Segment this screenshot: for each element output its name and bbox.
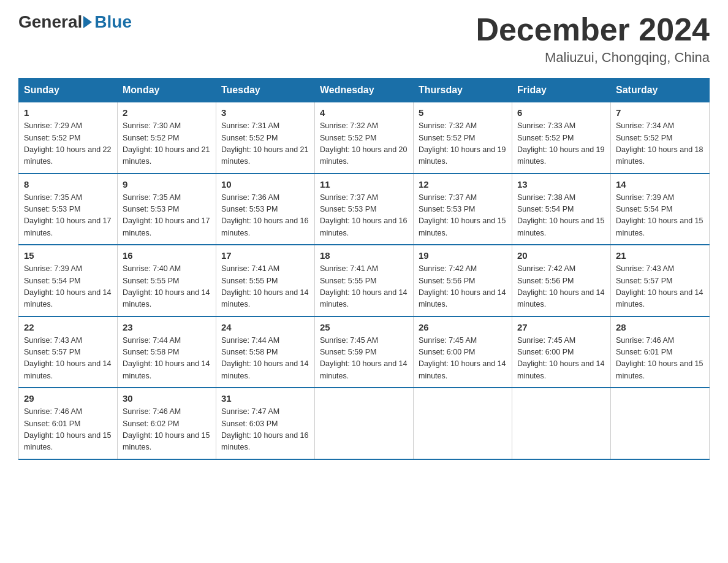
logo-arrow-icon [83, 16, 92, 28]
daylight-label: Daylight: 10 hours and 15 minutes. [616, 216, 703, 237]
day-number: 20 [517, 250, 605, 261]
day-number: 22 [24, 322, 112, 332]
daylight-label: Daylight: 10 hours and 14 minutes. [221, 359, 308, 380]
day-info: Sunrise: 7:35 AM Sunset: 5:53 PM Dayligh… [123, 192, 211, 240]
header-saturday: Saturday [611, 79, 710, 102]
page-header: General Blue December 2024 Maliuzui, Cho… [18, 12, 710, 66]
sunset-label: Sunset: 6:01 PM [616, 348, 672, 356]
day-info: Sunrise: 7:39 AM Sunset: 5:54 PM Dayligh… [24, 263, 112, 311]
day-info: Sunrise: 7:41 AM Sunset: 5:55 PM Dayligh… [320, 263, 408, 311]
sunrise-label: Sunrise: 7:45 AM [419, 336, 477, 345]
day-info: Sunrise: 7:33 AM Sunset: 5:52 PM Dayligh… [517, 120, 605, 168]
header-tuesday: Tuesday [216, 79, 315, 102]
sunrise-label: Sunrise: 7:41 AM [320, 264, 378, 273]
daylight-label: Daylight: 10 hours and 21 minutes. [221, 145, 308, 166]
sunset-label: Sunset: 6:00 PM [419, 348, 475, 356]
day-cell: 31 Sunrise: 7:47 AM Sunset: 6:03 PM Dayl… [216, 388, 315, 459]
day-number: 15 [24, 250, 112, 261]
week-row-5: 29 Sunrise: 7:46 AM Sunset: 6:01 PM Dayl… [19, 388, 710, 459]
daylight-label: Daylight: 10 hours and 14 minutes. [517, 359, 604, 380]
daylight-label: Daylight: 10 hours and 14 minutes. [616, 288, 703, 308]
sunrise-label: Sunrise: 7:40 AM [123, 264, 181, 273]
week-row-3: 15 Sunrise: 7:39 AM Sunset: 5:54 PM Dayl… [19, 245, 710, 316]
day-cell: 13 Sunrise: 7:38 AM Sunset: 5:54 PM Dayl… [512, 174, 611, 245]
title-block: December 2024 Maliuzui, Chongqing, China [476, 12, 710, 66]
day-number: 26 [419, 322, 507, 332]
sunset-label: Sunset: 6:02 PM [123, 419, 179, 428]
sunrise-label: Sunrise: 7:39 AM [24, 264, 82, 273]
sunset-label: Sunset: 5:54 PM [517, 205, 574, 213]
sunrise-label: Sunrise: 7:37 AM [419, 193, 477, 202]
daylight-label: Daylight: 10 hours and 17 minutes. [24, 216, 111, 237]
sunset-label: Sunset: 5:53 PM [221, 205, 278, 213]
day-info: Sunrise: 7:30 AM Sunset: 5:52 PM Dayligh… [123, 120, 211, 168]
header-wednesday: Wednesday [315, 79, 414, 102]
daylight-label: Daylight: 10 hours and 19 minutes. [419, 145, 506, 166]
header-thursday: Thursday [414, 79, 512, 102]
sunrise-label: Sunrise: 7:29 AM [24, 121, 82, 130]
header-row: SundayMondayTuesdayWednesdayThursdayFrid… [19, 79, 710, 102]
sunset-label: Sunset: 6:01 PM [24, 419, 80, 428]
day-info: Sunrise: 7:43 AM Sunset: 5:57 PM Dayligh… [24, 335, 112, 383]
daylight-label: Daylight: 10 hours and 15 minutes. [616, 359, 703, 380]
day-cell [414, 388, 512, 459]
daylight-label: Daylight: 10 hours and 15 minutes. [517, 216, 604, 237]
day-cell: 29 Sunrise: 7:46 AM Sunset: 6:01 PM Dayl… [19, 388, 118, 459]
day-cell: 27 Sunrise: 7:45 AM Sunset: 6:00 PM Dayl… [512, 316, 611, 388]
sunrise-label: Sunrise: 7:44 AM [123, 336, 181, 345]
day-number: 2 [123, 107, 211, 118]
sunset-label: Sunset: 5:54 PM [24, 277, 80, 285]
daylight-label: Daylight: 10 hours and 14 minutes. [24, 359, 111, 380]
sunrise-label: Sunrise: 7:42 AM [517, 264, 575, 273]
sunrise-label: Sunrise: 7:30 AM [123, 121, 181, 130]
sunset-label: Sunset: 5:57 PM [24, 348, 80, 356]
day-info: Sunrise: 7:39 AM Sunset: 5:54 PM Dayligh… [616, 192, 704, 240]
daylight-label: Daylight: 10 hours and 18 minutes. [616, 145, 703, 166]
day-number: 6 [517, 107, 605, 118]
day-number: 7 [616, 107, 704, 118]
day-cell: 12 Sunrise: 7:37 AM Sunset: 5:53 PM Dayl… [414, 174, 512, 245]
sunrise-label: Sunrise: 7:46 AM [616, 336, 674, 345]
day-number: 29 [24, 393, 112, 404]
day-info: Sunrise: 7:40 AM Sunset: 5:55 PM Dayligh… [123, 263, 211, 311]
sunset-label: Sunset: 5:52 PM [616, 134, 672, 142]
daylight-label: Daylight: 10 hours and 16 minutes. [320, 216, 407, 237]
day-cell: 18 Sunrise: 7:41 AM Sunset: 5:55 PM Dayl… [315, 245, 414, 316]
sunrise-label: Sunrise: 7:41 AM [221, 264, 279, 273]
day-info: Sunrise: 7:32 AM Sunset: 5:52 PM Dayligh… [419, 120, 507, 168]
day-number: 4 [320, 107, 408, 118]
sunset-label: Sunset: 5:52 PM [419, 134, 475, 142]
daylight-label: Daylight: 10 hours and 17 minutes. [123, 216, 210, 237]
daylight-label: Daylight: 10 hours and 16 minutes. [221, 431, 308, 451]
day-info: Sunrise: 7:43 AM Sunset: 5:57 PM Dayligh… [616, 263, 704, 311]
sunset-label: Sunset: 5:52 PM [320, 134, 376, 142]
sunrise-label: Sunrise: 7:38 AM [517, 193, 575, 202]
daylight-label: Daylight: 10 hours and 20 minutes. [320, 145, 407, 166]
daylight-label: Daylight: 10 hours and 14 minutes. [123, 288, 210, 308]
day-number: 23 [123, 322, 211, 332]
day-number: 27 [517, 322, 605, 332]
day-cell: 21 Sunrise: 7:43 AM Sunset: 5:57 PM Dayl… [611, 245, 710, 316]
sunrise-label: Sunrise: 7:44 AM [221, 336, 279, 345]
day-cell: 22 Sunrise: 7:43 AM Sunset: 5:57 PM Dayl… [19, 316, 118, 388]
day-info: Sunrise: 7:34 AM Sunset: 5:52 PM Dayligh… [616, 120, 704, 168]
sunrise-label: Sunrise: 7:34 AM [616, 121, 674, 130]
sunset-label: Sunset: 5:56 PM [419, 277, 475, 285]
day-number: 11 [320, 179, 408, 190]
day-cell: 11 Sunrise: 7:37 AM Sunset: 5:53 PM Dayl… [315, 174, 414, 245]
day-info: Sunrise: 7:37 AM Sunset: 5:53 PM Dayligh… [419, 192, 507, 240]
sunrise-label: Sunrise: 7:37 AM [320, 193, 378, 202]
day-number: 31 [221, 393, 309, 404]
day-cell: 7 Sunrise: 7:34 AM Sunset: 5:52 PM Dayli… [611, 102, 710, 174]
sunset-label: Sunset: 5:52 PM [517, 134, 574, 142]
sunset-label: Sunset: 5:56 PM [517, 277, 574, 285]
day-cell: 8 Sunrise: 7:35 AM Sunset: 5:53 PM Dayli… [19, 174, 118, 245]
day-cell: 30 Sunrise: 7:46 AM Sunset: 6:02 PM Dayl… [118, 388, 216, 459]
sunrise-label: Sunrise: 7:47 AM [221, 407, 279, 416]
sunset-label: Sunset: 5:52 PM [24, 134, 80, 142]
day-number: 17 [221, 250, 309, 261]
day-info: Sunrise: 7:47 AM Sunset: 6:03 PM Dayligh… [221, 406, 309, 454]
day-number: 3 [221, 107, 309, 118]
day-cell [315, 388, 414, 459]
sunrise-label: Sunrise: 7:39 AM [616, 193, 674, 202]
